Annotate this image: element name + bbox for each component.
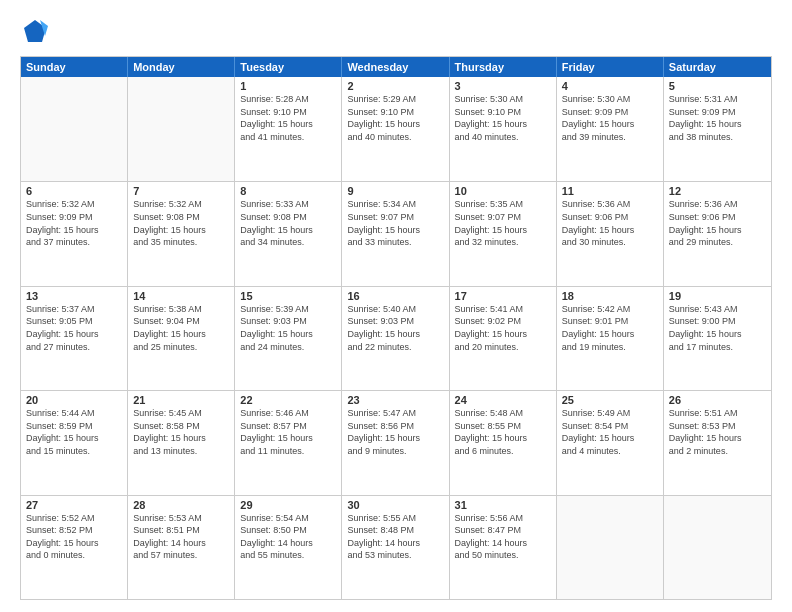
logo-icon <box>20 16 50 46</box>
day-number: 12 <box>669 185 766 197</box>
day-cell-10: 10Sunrise: 5:35 AM Sunset: 9:07 PM Dayli… <box>450 182 557 285</box>
day-info: Sunrise: 5:53 AM Sunset: 8:51 PM Dayligh… <box>133 512 229 562</box>
day-number: 6 <box>26 185 122 197</box>
empty-cell <box>21 77 128 181</box>
day-number: 31 <box>455 499 551 511</box>
day-info: Sunrise: 5:33 AM Sunset: 9:08 PM Dayligh… <box>240 198 336 248</box>
day-cell-19: 19Sunrise: 5:43 AM Sunset: 9:00 PM Dayli… <box>664 287 771 390</box>
day-info: Sunrise: 5:52 AM Sunset: 8:52 PM Dayligh… <box>26 512 122 562</box>
day-info: Sunrise: 5:32 AM Sunset: 9:09 PM Dayligh… <box>26 198 122 248</box>
calendar-week-1: 1Sunrise: 5:28 AM Sunset: 9:10 PM Daylig… <box>21 77 771 181</box>
day-cell-3: 3Sunrise: 5:30 AM Sunset: 9:10 PM Daylig… <box>450 77 557 181</box>
day-info: Sunrise: 5:35 AM Sunset: 9:07 PM Dayligh… <box>455 198 551 248</box>
day-number: 27 <box>26 499 122 511</box>
day-cell-28: 28Sunrise: 5:53 AM Sunset: 8:51 PM Dayli… <box>128 496 235 599</box>
day-number: 20 <box>26 394 122 406</box>
empty-cell <box>128 77 235 181</box>
day-number: 25 <box>562 394 658 406</box>
day-info: Sunrise: 5:39 AM Sunset: 9:03 PM Dayligh… <box>240 303 336 353</box>
day-cell-16: 16Sunrise: 5:40 AM Sunset: 9:03 PM Dayli… <box>342 287 449 390</box>
day-number: 8 <box>240 185 336 197</box>
day-cell-5: 5Sunrise: 5:31 AM Sunset: 9:09 PM Daylig… <box>664 77 771 181</box>
day-number: 2 <box>347 80 443 92</box>
calendar-week-2: 6Sunrise: 5:32 AM Sunset: 9:09 PM Daylig… <box>21 181 771 285</box>
day-info: Sunrise: 5:38 AM Sunset: 9:04 PM Dayligh… <box>133 303 229 353</box>
day-cell-14: 14Sunrise: 5:38 AM Sunset: 9:04 PM Dayli… <box>128 287 235 390</box>
day-info: Sunrise: 5:56 AM Sunset: 8:47 PM Dayligh… <box>455 512 551 562</box>
day-info: Sunrise: 5:41 AM Sunset: 9:02 PM Dayligh… <box>455 303 551 353</box>
day-number: 26 <box>669 394 766 406</box>
day-cell-20: 20Sunrise: 5:44 AM Sunset: 8:59 PM Dayli… <box>21 391 128 494</box>
day-cell-8: 8Sunrise: 5:33 AM Sunset: 9:08 PM Daylig… <box>235 182 342 285</box>
day-info: Sunrise: 5:42 AM Sunset: 9:01 PM Dayligh… <box>562 303 658 353</box>
day-number: 29 <box>240 499 336 511</box>
day-info: Sunrise: 5:51 AM Sunset: 8:53 PM Dayligh… <box>669 407 766 457</box>
day-info: Sunrise: 5:47 AM Sunset: 8:56 PM Dayligh… <box>347 407 443 457</box>
day-cell-21: 21Sunrise: 5:45 AM Sunset: 8:58 PM Dayli… <box>128 391 235 494</box>
day-number: 19 <box>669 290 766 302</box>
weekday-header-thursday: Thursday <box>450 57 557 77</box>
calendar-header: SundayMondayTuesdayWednesdayThursdayFrid… <box>21 57 771 77</box>
day-number: 17 <box>455 290 551 302</box>
day-number: 24 <box>455 394 551 406</box>
calendar-body: 1Sunrise: 5:28 AM Sunset: 9:10 PM Daylig… <box>21 77 771 599</box>
day-number: 7 <box>133 185 229 197</box>
day-number: 15 <box>240 290 336 302</box>
day-info: Sunrise: 5:31 AM Sunset: 9:09 PM Dayligh… <box>669 93 766 143</box>
day-number: 5 <box>669 80 766 92</box>
day-number: 23 <box>347 394 443 406</box>
day-number: 22 <box>240 394 336 406</box>
day-info: Sunrise: 5:37 AM Sunset: 9:05 PM Dayligh… <box>26 303 122 353</box>
day-cell-23: 23Sunrise: 5:47 AM Sunset: 8:56 PM Dayli… <box>342 391 449 494</box>
day-number: 16 <box>347 290 443 302</box>
day-number: 18 <box>562 290 658 302</box>
day-cell-9: 9Sunrise: 5:34 AM Sunset: 9:07 PM Daylig… <box>342 182 449 285</box>
weekday-header-saturday: Saturday <box>664 57 771 77</box>
day-number: 13 <box>26 290 122 302</box>
day-info: Sunrise: 5:54 AM Sunset: 8:50 PM Dayligh… <box>240 512 336 562</box>
day-cell-30: 30Sunrise: 5:55 AM Sunset: 8:48 PM Dayli… <box>342 496 449 599</box>
day-cell-18: 18Sunrise: 5:42 AM Sunset: 9:01 PM Dayli… <box>557 287 664 390</box>
day-number: 3 <box>455 80 551 92</box>
day-cell-13: 13Sunrise: 5:37 AM Sunset: 9:05 PM Dayli… <box>21 287 128 390</box>
day-cell-17: 17Sunrise: 5:41 AM Sunset: 9:02 PM Dayli… <box>450 287 557 390</box>
day-info: Sunrise: 5:45 AM Sunset: 8:58 PM Dayligh… <box>133 407 229 457</box>
day-number: 11 <box>562 185 658 197</box>
day-info: Sunrise: 5:40 AM Sunset: 9:03 PM Dayligh… <box>347 303 443 353</box>
day-cell-26: 26Sunrise: 5:51 AM Sunset: 8:53 PM Dayli… <box>664 391 771 494</box>
day-info: Sunrise: 5:32 AM Sunset: 9:08 PM Dayligh… <box>133 198 229 248</box>
calendar: SundayMondayTuesdayWednesdayThursdayFrid… <box>20 56 772 600</box>
empty-cell <box>557 496 664 599</box>
day-cell-1: 1Sunrise: 5:28 AM Sunset: 9:10 PM Daylig… <box>235 77 342 181</box>
day-cell-31: 31Sunrise: 5:56 AM Sunset: 8:47 PM Dayli… <box>450 496 557 599</box>
day-info: Sunrise: 5:36 AM Sunset: 9:06 PM Dayligh… <box>562 198 658 248</box>
day-cell-29: 29Sunrise: 5:54 AM Sunset: 8:50 PM Dayli… <box>235 496 342 599</box>
weekday-header-wednesday: Wednesday <box>342 57 449 77</box>
day-cell-24: 24Sunrise: 5:48 AM Sunset: 8:55 PM Dayli… <box>450 391 557 494</box>
day-number: 9 <box>347 185 443 197</box>
weekday-header-friday: Friday <box>557 57 664 77</box>
day-info: Sunrise: 5:44 AM Sunset: 8:59 PM Dayligh… <box>26 407 122 457</box>
day-cell-27: 27Sunrise: 5:52 AM Sunset: 8:52 PM Dayli… <box>21 496 128 599</box>
day-info: Sunrise: 5:46 AM Sunset: 8:57 PM Dayligh… <box>240 407 336 457</box>
day-info: Sunrise: 5:48 AM Sunset: 8:55 PM Dayligh… <box>455 407 551 457</box>
day-cell-4: 4Sunrise: 5:30 AM Sunset: 9:09 PM Daylig… <box>557 77 664 181</box>
day-number: 21 <box>133 394 229 406</box>
day-number: 10 <box>455 185 551 197</box>
day-cell-22: 22Sunrise: 5:46 AM Sunset: 8:57 PM Dayli… <box>235 391 342 494</box>
logo <box>20 16 54 46</box>
day-info: Sunrise: 5:49 AM Sunset: 8:54 PM Dayligh… <box>562 407 658 457</box>
calendar-week-4: 20Sunrise: 5:44 AM Sunset: 8:59 PM Dayli… <box>21 390 771 494</box>
day-info: Sunrise: 5:28 AM Sunset: 9:10 PM Dayligh… <box>240 93 336 143</box>
day-number: 4 <box>562 80 658 92</box>
weekday-header-tuesday: Tuesday <box>235 57 342 77</box>
weekday-header-sunday: Sunday <box>21 57 128 77</box>
day-number: 30 <box>347 499 443 511</box>
page: SundayMondayTuesdayWednesdayThursdayFrid… <box>0 0 792 612</box>
day-cell-12: 12Sunrise: 5:36 AM Sunset: 9:06 PM Dayli… <box>664 182 771 285</box>
day-cell-6: 6Sunrise: 5:32 AM Sunset: 9:09 PM Daylig… <box>21 182 128 285</box>
calendar-week-5: 27Sunrise: 5:52 AM Sunset: 8:52 PM Dayli… <box>21 495 771 599</box>
day-info: Sunrise: 5:34 AM Sunset: 9:07 PM Dayligh… <box>347 198 443 248</box>
calendar-week-3: 13Sunrise: 5:37 AM Sunset: 9:05 PM Dayli… <box>21 286 771 390</box>
day-cell-2: 2Sunrise: 5:29 AM Sunset: 9:10 PM Daylig… <box>342 77 449 181</box>
